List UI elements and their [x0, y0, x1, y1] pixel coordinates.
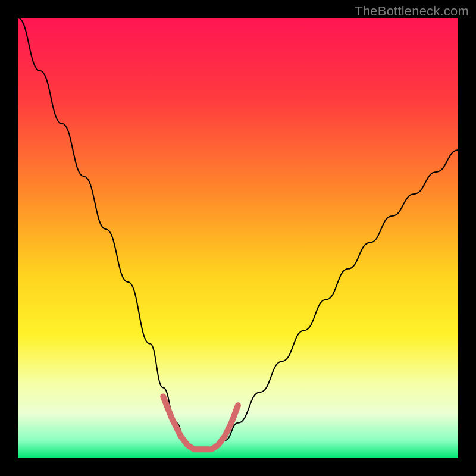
chart-svg — [18, 18, 458, 458]
chart-plot-area — [18, 18, 458, 458]
chart-frame: TheBottleneck.com — [0, 0, 476, 476]
chart-background — [18, 18, 458, 458]
watermark-text: TheBottleneck.com — [355, 4, 469, 19]
